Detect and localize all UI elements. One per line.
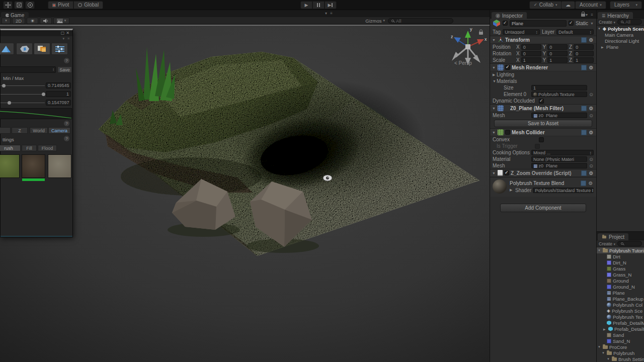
project-item[interactable]: ▦Plane	[597, 290, 644, 296]
scene-search-input[interactable]: All	[388, 18, 453, 24]
project-item[interactable]: Prefab_DetailM	[597, 320, 644, 326]
hierarchy-create-button[interactable]: Create ▾	[599, 20, 615, 25]
paint-tab-flood[interactable]: Flood	[38, 145, 57, 151]
persp-label[interactable]: < Persp	[454, 60, 472, 66]
mirror-y-button[interactable]	[0, 127, 11, 134]
lighting-toggle[interactable]: ☀	[27, 18, 38, 24]
position-z-field[interactable]: 0	[574, 44, 594, 50]
rotation-x-field[interactable]: 0	[521, 51, 541, 56]
mesh-filter-header[interactable]: ▼ Z0_Plane (Mesh Filter) ⚙	[490, 104, 596, 112]
radius-value[interactable]: 0.7149545	[46, 82, 71, 88]
shader-dropdown[interactable]: Polybrush/Standard Texture B▾	[533, 188, 594, 193]
project-item[interactable]: ▼Brush Settin	[597, 356, 644, 362]
mirror-world-button[interactable]: World	[30, 127, 48, 134]
project-create-button[interactable]: Create ▾	[599, 241, 615, 246]
hierarchy-item-plane[interactable]: ▶Plane	[597, 44, 644, 50]
object-picker-icon[interactable]: ⊙	[589, 163, 594, 168]
maximize-icon[interactable]: ▢	[61, 31, 66, 35]
texture-swatch-grass[interactable]	[0, 154, 20, 178]
project-root-folder[interactable]: ▼Polybrush Tutori	[597, 247, 644, 253]
polybrush-pane-menu-icon[interactable]: ▾ ≡	[62, 37, 70, 41]
help-book-icon[interactable]	[581, 170, 587, 176]
mirror-z-button[interactable]: Z	[12, 127, 28, 134]
2d-toggle[interactable]: 2D	[12, 18, 25, 24]
settings-mode-button[interactable]	[51, 43, 68, 55]
project-item[interactable]: Grass	[597, 265, 644, 272]
inspector-lock-icon[interactable]	[581, 14, 585, 17]
gear-icon[interactable]: ⚙	[588, 130, 594, 135]
gear-icon[interactable]: ⚙	[588, 170, 594, 176]
shader-foldout[interactable]: ▶	[510, 188, 514, 192]
inspector-pane-menu-icon[interactable]: ▾ ≡	[586, 13, 594, 17]
mesh-field[interactable]: ▦ z0_Plane	[531, 113, 587, 118]
strength-value[interactable]: 0.1547097	[46, 100, 71, 106]
rotation-z-field[interactable]: 0	[574, 51, 594, 56]
hierarchy-scene-row[interactable]: ▼◈ Polybrush Scen	[597, 26, 644, 32]
help-book-icon[interactable]	[581, 37, 587, 43]
transform-tool-icon[interactable]	[25, 1, 35, 9]
pause-button[interactable]	[312, 1, 325, 9]
falloff-curve[interactable]	[0, 108, 72, 119]
rotation-y-field[interactable]: 0	[547, 51, 568, 56]
layers-dropdown[interactable]: Layers▾	[610, 1, 642, 9]
dynamic-occluded-checkbox[interactable]	[539, 99, 544, 104]
global-button[interactable]: Global	[73, 1, 103, 9]
scale-y-field[interactable]: 1	[547, 57, 568, 63]
active-checkbox[interactable]	[503, 21, 508, 26]
position-y-field[interactable]: 0	[547, 44, 568, 50]
project-item[interactable]: ▼Polybrush	[597, 350, 644, 356]
object-name-field[interactable]: Plane	[510, 20, 567, 27]
draw-mode-dropdown[interactable]: ▾	[2, 18, 11, 24]
save-to-asset-button[interactable]: Save to Asset	[494, 120, 592, 127]
gizmos-dropdown[interactable]: Gizmos▾	[362, 18, 388, 24]
help-book-icon[interactable]	[581, 65, 587, 70]
rect-tool-icon[interactable]	[14, 1, 24, 9]
mesh-renderer-header[interactable]: ▼ Mesh Renderer ⚙	[490, 63, 596, 71]
material-preview-sphere[interactable]	[493, 179, 507, 194]
project-search-input[interactable]	[617, 241, 642, 246]
scale-z-field[interactable]: 1	[574, 57, 594, 63]
account-dropdown[interactable]: Account▾	[575, 1, 606, 9]
move-tool-icon[interactable]	[3, 1, 13, 9]
mirror-help-icon[interactable]: ?	[64, 121, 69, 126]
materials-foldout[interactable]: ▼Materials	[490, 78, 596, 84]
project-item[interactable]: Ground	[597, 278, 644, 284]
scene-viewport[interactable]: y x z < Persp	[0, 25, 490, 362]
collab-button[interactable]: ✓ Collab▾	[529, 1, 562, 9]
object-picker-icon[interactable]: ⊙	[589, 157, 594, 162]
physic-material-field[interactable]: None (Physic Materi	[531, 156, 587, 162]
mesh-collider-checkbox[interactable]	[505, 130, 510, 135]
brush-help-icon[interactable]: ?	[64, 58, 69, 63]
gear-icon[interactable]: ⚙	[588, 37, 594, 43]
help-book-icon[interactable]	[581, 106, 587, 111]
gear-icon[interactable]: ⚙	[588, 180, 594, 186]
help-book-icon[interactable]	[581, 130, 587, 135]
project-item[interactable]: Dirt_N	[597, 259, 644, 265]
texture-paint-mode-button[interactable]	[34, 43, 50, 55]
hierarchy-item-directional-light[interactable]: Directional Light	[597, 38, 644, 44]
pivot-button[interactable]: Pivot	[48, 1, 73, 9]
project-item[interactable]: Sand	[597, 332, 644, 338]
mesh-collider-header[interactable]: ▼ Mesh Collider ⚙	[490, 128, 596, 136]
project-item[interactable]: Polybrush Col	[597, 302, 644, 308]
mirror-camera-button[interactable]: Camera	[48, 127, 70, 134]
brush-preset-dropdown[interactable]: ↕	[0, 66, 56, 73]
static-dropdown-icon[interactable]: ▼	[590, 22, 594, 25]
mesh-renderer-checkbox[interactable]	[505, 65, 510, 70]
position-x-field[interactable]: 0	[521, 44, 541, 50]
save-brush-button[interactable]: Save	[57, 66, 72, 73]
static-checkbox[interactable]	[569, 21, 574, 26]
project-item[interactable]: ▼ProCore	[597, 344, 644, 350]
lighting-foldout[interactable]: ▶Lighting	[490, 71, 596, 78]
cloud-button[interactable]: ☁	[561, 1, 575, 9]
project-item[interactable]: Ground_N	[597, 284, 644, 290]
project-item[interactable]: ▶Prefab_DetailM	[597, 326, 644, 332]
object-picker-icon[interactable]: ⊙	[589, 113, 594, 118]
scale-x-field[interactable]: 1	[521, 57, 541, 63]
script-header[interactable]: ▼ Z_Zoom Override (Script) ⚙	[490, 169, 596, 177]
scene-pane-menu-icon[interactable]: ▾ ≡	[325, 11, 334, 16]
project-item[interactable]: ▦Plane_Backup	[597, 296, 644, 302]
project-item[interactable]: Grass_N	[597, 272, 644, 278]
collider-mesh-field[interactable]: ▦ z0_Plane	[531, 163, 587, 168]
element0-field[interactable]: Polybrush Texture	[531, 92, 587, 97]
